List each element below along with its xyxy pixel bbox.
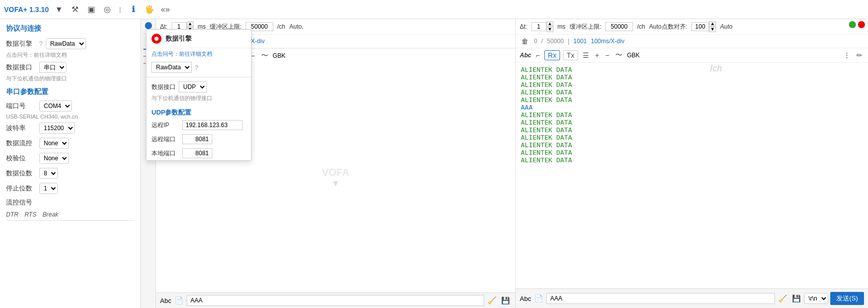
chart-input-field[interactable] xyxy=(187,295,484,306)
data-bits-select[interactable]: 8 xyxy=(39,168,58,179)
right-nav-slash: / xyxy=(541,38,543,45)
right-align-icon[interactable]: ☰ xyxy=(581,51,591,60)
data-bits-label: 数据位数 xyxy=(6,169,36,178)
data-port-label: 数据接口 xyxy=(6,63,36,72)
app-container: VOFA+ 1.3.10 ▼ ⚒ ▣ ◎ | ℹ 🖐 «» 协议与连接 数据引擎… xyxy=(0,0,868,308)
right-plus-button[interactable]: + xyxy=(594,51,601,60)
popup-record-icon xyxy=(151,34,162,44)
popup-port-label: 数据接口 xyxy=(151,83,176,91)
right-delta-t-up[interactable]: ▲ xyxy=(546,21,554,27)
popup-udp-section: UDP参数配置 xyxy=(146,105,251,118)
right-wave-icon[interactable]: 〜 xyxy=(614,50,624,60)
port-hint-text: USB-SERIAL CH340, wch.cn xyxy=(6,114,134,120)
stop-bits-select-wrap: 1 xyxy=(39,183,58,194)
data-line: ALIENTEK DATA xyxy=(521,66,863,73)
flow-row: 数据流控 None xyxy=(6,138,134,149)
popup-local-port-input[interactable] xyxy=(182,148,212,158)
delta-t-up[interactable]: ▲ xyxy=(187,21,194,27)
break-button[interactable]: Break xyxy=(42,211,58,218)
right-auto-pts-label: Auto点数对齐: xyxy=(649,23,687,31)
right-delta-t-input[interactable] xyxy=(531,22,546,31)
right-buffer-input[interactable] xyxy=(605,22,633,31)
right-input-field[interactable] xyxy=(546,293,774,304)
popup-port-select[interactable]: UDP xyxy=(179,81,207,92)
baud-select-wrap: 115200 xyxy=(39,123,75,134)
popup-port-select-wrap: UDP xyxy=(179,81,207,92)
right-save-icon[interactable]: 💾 xyxy=(791,294,802,303)
chart-input-area: Abc 📄 🧹 💾 xyxy=(156,292,515,308)
baud-label: 波特率 xyxy=(6,124,36,133)
data-bits-row: 数据位数 8 xyxy=(6,168,134,179)
popup-remote-port-label: 远程端口 xyxy=(151,135,179,144)
right-edit-button[interactable]: ✏ xyxy=(855,51,864,60)
collapse-icon[interactable]: «» xyxy=(160,4,172,16)
parity-select[interactable]: None xyxy=(39,153,69,164)
auto-label: Auto, xyxy=(289,23,303,30)
watermark-arrow: ▼ xyxy=(331,178,340,189)
data-port-row: 数据接口 串口 xyxy=(6,62,134,73)
data-line: ALIENTEK DATA xyxy=(521,88,863,96)
popup-engine-select-wrap: RawData xyxy=(151,62,192,73)
popup-subtitle: 点击问号：前往详细文档 xyxy=(146,48,251,60)
data-engine-question[interactable]: ? xyxy=(39,40,43,47)
save-icon[interactable]: 💾 xyxy=(500,296,511,305)
data-line: ALIENTEK DATA xyxy=(521,81,863,88)
sidebar-title: 协议与连接 xyxy=(6,24,134,33)
data-line: ALIENTEK DATA xyxy=(521,126,863,134)
data-port-select[interactable]: 串口 xyxy=(39,62,66,73)
data-engine-select[interactable]: RawData xyxy=(46,38,86,49)
data-engine-select-wrap: RawData xyxy=(46,38,86,49)
send-button[interactable]: 发送(S) xyxy=(830,292,864,305)
file-icon[interactable]: 📄 xyxy=(173,296,185,305)
app-title: VOFA+ 1.3.10 xyxy=(4,6,49,14)
dropdown-icon[interactable]: ▼ xyxy=(53,4,65,16)
baud-select[interactable]: 115200 xyxy=(39,123,75,134)
flow-select[interactable]: None xyxy=(39,138,69,149)
popup-remote-ip-label: 远程IP xyxy=(151,121,179,130)
gbk-label: GBK xyxy=(273,52,285,59)
popup-local-port-label: 本地端口 xyxy=(151,149,179,158)
data-bits-select-wrap: 8 xyxy=(39,168,58,179)
right-curve-icon[interactable]: ⌐ xyxy=(534,51,541,60)
target-icon[interactable]: ◎ xyxy=(101,4,113,16)
right-auto-input[interactable] xyxy=(691,22,709,31)
popup-question-btn[interactable]: ? xyxy=(195,64,198,71)
right-auto-down[interactable]: ▼ xyxy=(709,27,716,32)
right-gbk-label: GBK xyxy=(627,52,640,59)
right-auto-up[interactable]: ▲ xyxy=(709,21,716,27)
right-delete-button[interactable]: 🗑 xyxy=(520,37,530,46)
right-clear-icon[interactable]: 🧹 xyxy=(777,294,788,303)
fingerprint-icon[interactable]: 🖐 xyxy=(143,4,155,16)
right-file-icon[interactable]: 📄 xyxy=(533,294,544,303)
right-rx-button[interactable]: Rx xyxy=(544,50,560,60)
data-engine-row: 数据引擎 ? RawData xyxy=(6,38,134,49)
popup-remote-ip-input[interactable] xyxy=(182,120,243,130)
popup-remote-port-input[interactable] xyxy=(182,134,212,144)
red-status-dot xyxy=(858,21,865,28)
clear-icon[interactable]: 🧹 xyxy=(486,296,498,305)
watermark-text: VOFA xyxy=(322,167,349,178)
popup-panel: 数据引擎 点击问号：前往详细文档 RawData ? 数据接口 xyxy=(146,29,252,161)
right-newline-select[interactable]: \r\n xyxy=(804,293,828,304)
popup-port-hint: 与下位机通信的物理接口 xyxy=(146,94,251,105)
info-icon[interactable]: ℹ xyxy=(127,4,139,16)
wave-icon[interactable]: 〜 xyxy=(260,51,270,61)
flow-signal-row: 流控信号 xyxy=(6,198,134,207)
right-minus-button[interactable]: − xyxy=(604,51,611,60)
serial-section-title: 串口参数配置 xyxy=(6,87,134,96)
right-delta-t-down[interactable]: ▼ xyxy=(546,27,554,32)
stop-bits-label: 停止位数 xyxy=(6,184,36,193)
wrench-icon[interactable]: ⚒ xyxy=(69,4,81,16)
right-auto-buttons: ▲ ▼ xyxy=(709,21,716,32)
dtr-button[interactable]: DTR xyxy=(6,211,19,218)
right-more-button[interactable]: ⋮ xyxy=(842,51,852,60)
rts-button[interactable]: RTS xyxy=(25,211,37,218)
flow-control-buttons: DTR RTS Break xyxy=(6,211,134,218)
popup-engine-select[interactable]: RawData xyxy=(151,62,192,73)
port-select[interactable]: COM4 xyxy=(39,100,72,112)
stop-bits-select[interactable]: 1 xyxy=(39,183,58,194)
box-icon[interactable]: ▣ xyxy=(85,4,97,16)
right-ms-label: ms xyxy=(558,23,566,30)
baud-row: 波特率 115200 xyxy=(6,123,134,134)
right-tx-button[interactable]: Tx xyxy=(563,50,578,60)
